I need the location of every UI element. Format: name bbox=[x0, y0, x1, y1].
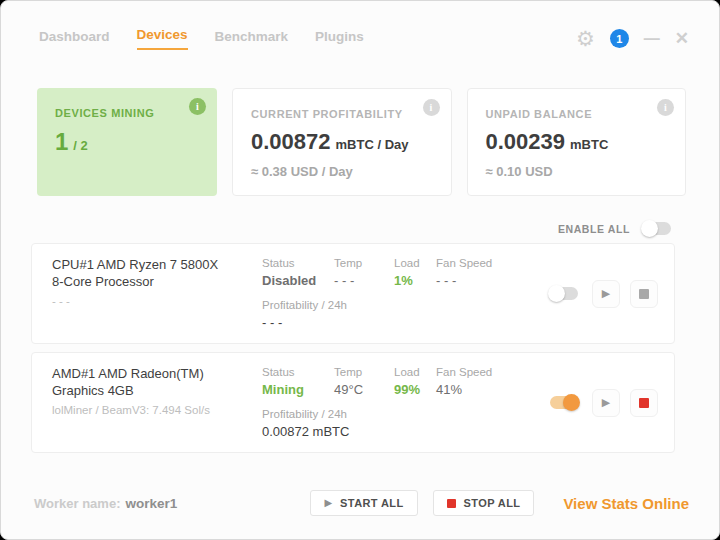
tab-dashboard[interactable]: Dashboard bbox=[39, 29, 110, 50]
device-list: CPU#1 AMD Ryzen 7 5800X 8-Core Processor… bbox=[31, 243, 675, 461]
notification-badge[interactable]: 1 bbox=[610, 29, 629, 48]
header-controls: ⚙ 1 — ✕ bbox=[576, 28, 689, 49]
view-stats-online-link[interactable]: View Stats Online bbox=[563, 495, 689, 512]
load-value: 1% bbox=[394, 273, 436, 288]
profitability-value: 0.00872 mBTC bbox=[262, 424, 508, 439]
current-profitability-label: CURRENT PROFITABILITY bbox=[251, 108, 433, 120]
fan-speed-label: Fan Speed bbox=[436, 257, 508, 269]
devices-mining-value: 1 bbox=[55, 128, 68, 156]
profitability-label: Profitability / 24h bbox=[262, 299, 508, 311]
status-value: Mining bbox=[262, 382, 334, 397]
device-subtitle: lolMiner / BeamV3: 7.494 Sol/s bbox=[52, 404, 224, 416]
device-row-cpu: CPU#1 AMD Ryzen 7 5800X 8-Core Processor… bbox=[31, 243, 675, 344]
fan-speed-label: Fan Speed bbox=[436, 366, 508, 378]
fan-speed-value: - - - bbox=[436, 273, 508, 288]
info-icon[interactable]: i bbox=[423, 99, 440, 116]
play-icon: ▶ bbox=[602, 288, 610, 299]
device-row-gpu: AMD#1 AMD Radeon(TM) Graphics 4GB lolMin… bbox=[31, 352, 675, 453]
play-icon: ▶ bbox=[602, 397, 610, 408]
devices-mining-card: DEVICES MINING 1 / 2 i bbox=[37, 88, 217, 196]
footer: Worker name: worker1 ▶ START ALL STOP AL… bbox=[1, 467, 719, 539]
device-name: AMD#1 AMD Radeon(TM) Graphics 4GB bbox=[52, 366, 224, 400]
device-toggle[interactable] bbox=[550, 396, 578, 409]
minimize-icon[interactable]: — bbox=[644, 31, 660, 47]
temp-value: - - - bbox=[334, 273, 394, 288]
nav-tabs: Dashboard Devices Benchmark Plugins bbox=[39, 27, 364, 50]
temp-value: 49°C bbox=[334, 382, 394, 397]
profitability-label: Profitability / 24h bbox=[262, 408, 508, 420]
devices-mining-total: / 2 bbox=[73, 138, 87, 153]
toggle-knob bbox=[548, 285, 565, 302]
load-value: 99% bbox=[394, 382, 436, 397]
fan-speed-value: 41% bbox=[436, 382, 508, 397]
load-label: Load bbox=[394, 366, 436, 378]
tab-plugins[interactable]: Plugins bbox=[315, 29, 364, 50]
stop-device-button[interactable] bbox=[630, 280, 658, 308]
enable-all-label: ENABLE ALL bbox=[558, 223, 630, 235]
devices-mining-label: DEVICES MINING bbox=[55, 107, 199, 119]
status-label: Status bbox=[262, 257, 334, 269]
worker-name-value[interactable]: worker1 bbox=[125, 496, 177, 511]
toggle-knob bbox=[641, 220, 658, 237]
app-window: Dashboard Devices Benchmark Plugins ⚙ 1 … bbox=[0, 0, 720, 540]
start-device-button[interactable]: ▶ bbox=[592, 389, 620, 417]
stop-icon bbox=[639, 398, 649, 408]
info-icon[interactable]: i bbox=[657, 99, 674, 116]
header: Dashboard Devices Benchmark Plugins ⚙ 1 … bbox=[1, 1, 719, 50]
unpaid-balance-approx: ≈ 0.10 USD bbox=[486, 164, 668, 179]
device-name: CPU#1 AMD Ryzen 7 5800X 8-Core Processor bbox=[52, 257, 224, 291]
worker-name-label: Worker name: bbox=[34, 496, 120, 511]
start-all-label: START ALL bbox=[340, 497, 403, 509]
status-label: Status bbox=[262, 366, 334, 378]
temp-label: Temp bbox=[334, 366, 394, 378]
unpaid-balance-label: UNPAID BALANCE bbox=[486, 108, 668, 120]
current-profitability-card: CURRENT PROFITABILITY 0.00872 mBTC / Day… bbox=[232, 88, 452, 196]
enable-all-row: ENABLE ALL bbox=[1, 222, 671, 235]
temp-label: Temp bbox=[334, 257, 394, 269]
stop-all-label: STOP ALL bbox=[464, 497, 521, 509]
tab-devices[interactable]: Devices bbox=[137, 27, 188, 50]
tab-benchmark[interactable]: Benchmark bbox=[215, 29, 289, 50]
status-value: Disabled bbox=[262, 273, 334, 288]
current-profitability-unit: mBTC / Day bbox=[336, 137, 409, 152]
stop-icon bbox=[447, 499, 456, 508]
toggle-knob bbox=[563, 394, 580, 411]
info-icon[interactable]: i bbox=[189, 98, 206, 115]
settings-gear-icon[interactable]: ⚙ bbox=[576, 28, 595, 49]
current-profitability-approx: ≈ 0.38 USD / Day bbox=[251, 164, 433, 179]
summary-cards: DEVICES MINING 1 / 2 i CURRENT PROFITABI… bbox=[37, 88, 686, 196]
play-icon: ▶ bbox=[324, 498, 332, 508]
current-profitability-value: 0.00872 bbox=[251, 129, 331, 155]
stop-all-button[interactable]: STOP ALL bbox=[433, 490, 535, 516]
load-label: Load bbox=[394, 257, 436, 269]
enable-all-toggle[interactable] bbox=[643, 222, 671, 235]
profitability-value: - - - bbox=[262, 315, 508, 330]
stop-icon bbox=[639, 289, 649, 299]
unpaid-balance-card: UNPAID BALANCE 0.00239 mBTC ≈ 0.10 USD i bbox=[467, 88, 687, 196]
stop-device-button[interactable] bbox=[630, 389, 658, 417]
unpaid-balance-value: 0.00239 bbox=[486, 129, 566, 155]
device-toggle[interactable] bbox=[550, 287, 578, 300]
close-icon[interactable]: ✕ bbox=[675, 30, 689, 47]
start-device-button[interactable]: ▶ bbox=[592, 280, 620, 308]
start-all-button[interactable]: ▶ START ALL bbox=[310, 490, 417, 516]
unpaid-balance-unit: mBTC bbox=[570, 137, 608, 152]
device-subtitle: - - - bbox=[52, 295, 224, 307]
